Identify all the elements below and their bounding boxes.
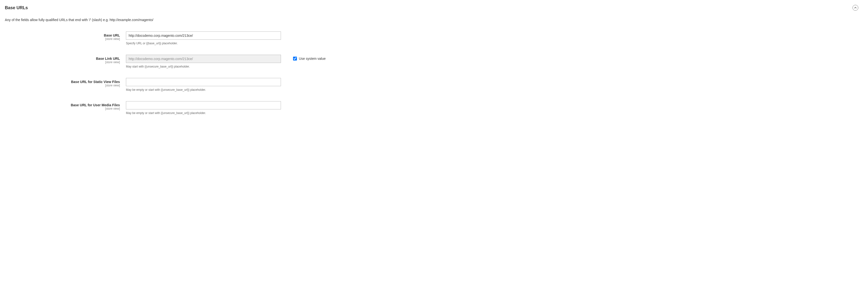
checkbox-col: Use system value [281, 55, 326, 61]
label-col: Base URL for Static View Files [store vi… [5, 78, 126, 87]
row-base-url-static: Base URL for Static View Files [store vi… [5, 78, 863, 92]
hint-base-url-media: May be empty or start with {{unsecure_ba… [126, 111, 281, 115]
checkbox-label-use-system-value: Use system value [299, 57, 326, 61]
field-scope-base-url: [store view] [5, 37, 120, 41]
row-base-link-url: Base Link URL [store view] May start wit… [5, 55, 863, 68]
field-scope-base-url-media: [store view] [5, 107, 120, 110]
field-scope-base-url-static: [store view] [5, 84, 120, 87]
label-col: Base URL [store view] [5, 31, 126, 41]
input-base-link-url [126, 55, 281, 63]
field-label-base-link-url: Base Link URL [5, 57, 120, 61]
hint-base-url: Specify URL or {{base_url}} placeholder. [126, 42, 281, 45]
label-col: Base URL for User Media Files [store vie… [5, 101, 126, 110]
checkbox-use-system-value[interactable] [293, 57, 297, 61]
section-title: Base URLs [5, 5, 28, 10]
field-scope-base-link-url: [store view] [5, 61, 120, 64]
input-col: May be empty or start with {{unsecure_ba… [126, 101, 281, 115]
input-col: May start with {{unsecure_base_url}} pla… [126, 55, 281, 68]
label-col: Base Link URL [store view] [5, 55, 126, 64]
collapse-icon[interactable] [852, 5, 858, 11]
input-base-url-media[interactable] [126, 101, 281, 109]
input-base-url-static[interactable] [126, 78, 281, 86]
section-description: Any of the fields allow fully qualified … [5, 18, 863, 22]
input-col: May be empty or start with {{unsecure_ba… [126, 78, 281, 92]
hint-base-link-url: May start with {{unsecure_base_url}} pla… [126, 65, 281, 68]
field-label-base-url-media: Base URL for User Media Files [5, 103, 120, 107]
input-base-url[interactable] [126, 31, 281, 40]
section-header: Base URLs [5, 5, 863, 11]
field-label-base-url: Base URL [5, 33, 120, 37]
field-label-base-url-static: Base URL for Static View Files [5, 80, 120, 84]
row-base-url: Base URL [store view] Specify URL or {{b… [5, 31, 863, 45]
hint-base-url-static: May be empty or start with {{unsecure_ba… [126, 88, 281, 92]
input-col: Specify URL or {{base_url}} placeholder. [126, 31, 281, 45]
row-base-url-media: Base URL for User Media Files [store vie… [5, 101, 863, 115]
